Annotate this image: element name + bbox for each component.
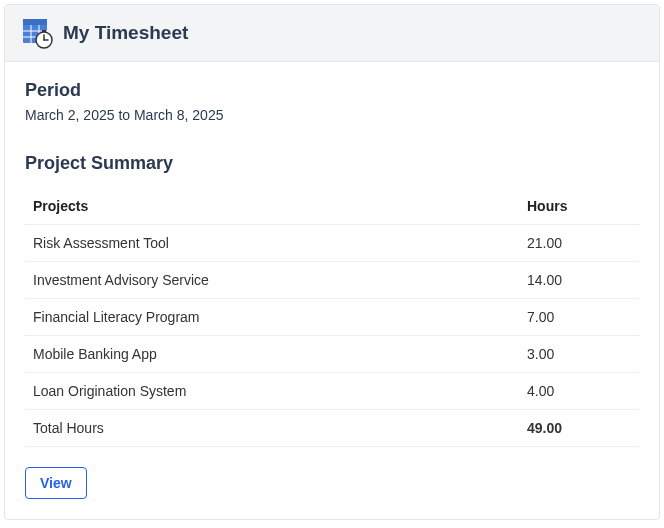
summary-table: Projects Hours Risk Assessment Tool21.00… (25, 188, 639, 447)
timesheet-icon (23, 19, 51, 47)
project-cell: Investment Advisory Service (25, 262, 519, 299)
project-cell: Risk Assessment Tool (25, 225, 519, 262)
svg-rect-7 (42, 30, 46, 32)
card-header: My Timesheet (5, 5, 659, 62)
hours-cell: 4.00 (519, 373, 639, 410)
table-row: Mobile Banking App3.00 (25, 336, 639, 373)
period-label: Period (25, 80, 639, 101)
table-row: Financial Literacy Program7.00 (25, 299, 639, 336)
table-row: Risk Assessment Tool21.00 (25, 225, 639, 262)
timesheet-card: My Timesheet Period March 2, 2025 to Mar… (4, 4, 660, 520)
project-cell: Loan Origination System (25, 373, 519, 410)
table-row: Loan Origination System4.00 (25, 373, 639, 410)
hours-cell: 7.00 (519, 299, 639, 336)
column-header-projects: Projects (25, 188, 519, 225)
period-value: March 2, 2025 to March 8, 2025 (25, 107, 639, 123)
card-body: Period March 2, 2025 to March 8, 2025 Pr… (5, 62, 659, 519)
hours-cell: 21.00 (519, 225, 639, 262)
project-cell: Financial Literacy Program (25, 299, 519, 336)
total-hours: 49.00 (519, 410, 639, 447)
hours-cell: 14.00 (519, 262, 639, 299)
column-header-hours: Hours (519, 188, 639, 225)
summary-rows: Risk Assessment Tool21.00Investment Advi… (25, 225, 639, 410)
page-title: My Timesheet (63, 22, 188, 44)
svg-rect-1 (23, 19, 47, 25)
hours-cell: 3.00 (519, 336, 639, 373)
project-cell: Mobile Banking App (25, 336, 519, 373)
view-button[interactable]: View (25, 467, 87, 499)
table-row: Investment Advisory Service14.00 (25, 262, 639, 299)
summary-title: Project Summary (25, 153, 639, 174)
total-label: Total Hours (25, 410, 519, 447)
total-row: Total Hours 49.00 (25, 410, 639, 447)
